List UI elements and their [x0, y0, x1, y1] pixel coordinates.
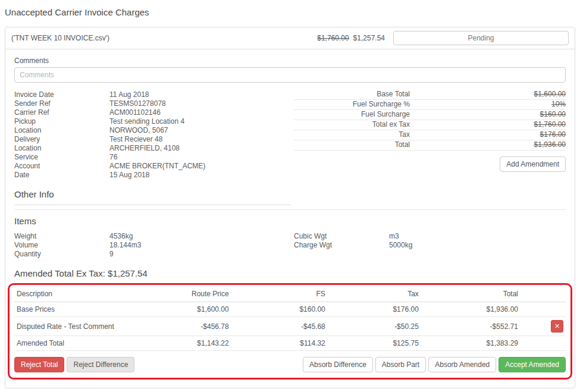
total-label: Total ex Tax [294, 121, 410, 128]
reject-total-button[interactable]: Reject Total [14, 357, 64, 372]
total-value-strikethrough: $1,600.00 [410, 90, 566, 98]
detail-row: Account ACME BROKER(TNT_ACME) [14, 162, 294, 171]
detail-value: 15 Aug 2018 [109, 171, 294, 180]
cell-description: Disputed Rate - Test Comment [14, 317, 135, 336]
cell-fs: $114.32 [231, 336, 328, 351]
total-value-strikethrough: 10% [410, 101, 566, 108]
detail-row: Delivery Test Reciever 48 [14, 135, 294, 144]
item-row: Charge Wgt 5000kg [294, 241, 566, 250]
comments-label: Comments [14, 57, 566, 65]
item-value: 4536kg [109, 232, 294, 241]
current-total: $1,257.54 [353, 34, 385, 42]
item-value: 18.144m3 [109, 241, 294, 250]
invoice-totals: Base Total $1,600.00 Fuel Surcharge % 10… [294, 90, 566, 180]
highlight-annotation: Description Route Price FS Tax Total Bas… [8, 283, 572, 380]
absorb-amended-button[interactable]: Absorb Amended [428, 357, 496, 372]
comments-input[interactable] [14, 67, 566, 83]
charges-header-row: Description Route Price FS Tax Total [14, 287, 566, 302]
item-row: Volume 18.144m3 [14, 241, 294, 250]
cell-actions: ✕ [521, 317, 566, 336]
cell-actions [521, 336, 566, 351]
item-label: Quantity [14, 250, 109, 259]
charge-actions-row: Reject Total Reject Difference Absorb Di… [14, 357, 566, 372]
item-value: m3 [389, 232, 566, 241]
detail-label: Carrier Ref [14, 108, 109, 117]
absorb-actions: Absorb Difference Absorb Part Absorb Ame… [303, 357, 566, 372]
detail-row: Sender Ref TESMS01278078 [14, 99, 294, 108]
close-icon: ✕ [554, 322, 560, 330]
cell-route-price: -$456.78 [135, 317, 231, 336]
detail-row: Service 76 [14, 153, 294, 162]
other-info-heading: Other Info [14, 189, 291, 205]
page: Unaccepted Carrier Invoice Charges ('TNT… [0, 0, 580, 392]
detail-row: Carrier Ref ACM001102146 [14, 108, 294, 117]
reject-difference-button[interactable]: Reject Difference [67, 357, 134, 372]
item-label: Charge Wgt [294, 241, 389, 250]
table-row-amended-total: Amended Total $1,143.22 $114.32 $125.75 … [14, 336, 566, 351]
item-row: Weight 4536kg [14, 232, 294, 241]
detail-value: NORWOOD, 5067 [109, 126, 294, 135]
cell-total: $1,936.00 [421, 302, 521, 317]
total-row: Fuel Surcharge % 10% [294, 101, 566, 110]
detail-row: Location NORWOOD, 5067 [14, 126, 294, 135]
detail-value: 76 [109, 153, 294, 162]
detail-label: Location [14, 126, 109, 135]
invoice-details: Invoice Date 11 Aug 2018 Sender Ref TESM… [14, 90, 294, 180]
total-label: Tax [294, 131, 410, 139]
absorb-part-button[interactable]: Absorb Part [375, 357, 426, 372]
pending-status-button[interactable]: Pending [393, 31, 569, 45]
total-label: Base Total [294, 90, 410, 98]
items-heading: Items [14, 216, 566, 226]
detail-row: Pickup Test sending Location 4 [14, 117, 294, 126]
item-value: 5000kg [389, 241, 566, 250]
total-row: Total ex Tax $1,760.00 [294, 121, 566, 130]
item-label: Cubic Wgt [294, 232, 389, 241]
detail-value: TESMS01278078 [109, 99, 294, 108]
cell-tax: $176.00 [328, 302, 421, 317]
detail-row: Date 15 Aug 2018 [14, 171, 294, 180]
detail-grid: Invoice Date 11 Aug 2018 Sender Ref TESM… [14, 90, 566, 180]
add-amendment-button[interactable]: Add Amendment [500, 156, 566, 172]
detail-value: 11 Aug 2018 [109, 90, 294, 99]
cell-description: Base Prices [14, 302, 135, 317]
detail-value: ARCHERFIELD, 4108 [109, 144, 294, 153]
cell-actions [521, 302, 566, 317]
cell-tax: -$50.25 [328, 317, 421, 336]
charges-table: Description Route Price FS Tax Total Bas… [14, 287, 566, 351]
cell-total: -$552.71 [421, 317, 521, 336]
detail-label: Sender Ref [14, 99, 109, 108]
detail-label: Pickup [14, 117, 109, 126]
cell-route-price: $1,600.00 [135, 302, 231, 317]
item-label: Weight [14, 232, 109, 241]
total-label: Total [294, 141, 410, 149]
cell-tax: $125.75 [328, 336, 421, 351]
detail-label: Account [14, 162, 109, 171]
total-value-strikethrough: $1,936.00 [410, 141, 566, 149]
cell-route-price: $1,143.22 [135, 336, 231, 351]
absorb-difference-button[interactable]: Absorb Difference [303, 357, 373, 372]
total-label: Fuel Surcharge [294, 111, 410, 118]
total-row: Tax $176.00 [294, 131, 566, 140]
items-section: Items Weight 4536kg Volume 18.144m3 Quan… [14, 209, 566, 278]
delete-row-button[interactable]: ✕ [551, 320, 563, 333]
column-header-total: Total [421, 287, 521, 302]
total-row: Fuel Surcharge $160.00 [294, 111, 566, 120]
invoice-panel: ('TNT WEEK 10 INVOICE.csv') $1,760.00 $1… [5, 27, 575, 388]
detail-label: Service [14, 153, 109, 162]
cell-description: Amended Total [14, 336, 135, 351]
column-header-fs: FS [231, 287, 328, 302]
detail-value: Test sending Location 4 [109, 117, 294, 126]
detail-value: Test Reciever 48 [109, 135, 294, 144]
table-row-base-prices: Base Prices $1,600.00 $160.00 $176.00 $1… [14, 302, 566, 317]
invoice-panel-header: ('TNT WEEK 10 INVOICE.csv') $1,760.00 $1… [5, 27, 575, 49]
amended-total-heading: Amended Total Ex Tax: $1,257.54 [14, 268, 566, 278]
total-label: Fuel Surcharge % [294, 101, 410, 108]
table-row-disputed-rate: Disputed Rate - Test Comment -$456.78 -$… [14, 317, 566, 336]
accept-amended-button[interactable]: Accept Amended [499, 357, 566, 372]
detail-label: Delivery [14, 135, 109, 144]
total-value-strikethrough: $160.00 [410, 111, 566, 118]
reject-actions: Reject Total Reject Difference [14, 357, 134, 372]
item-value: 9 [109, 250, 294, 259]
page-title: Unaccepted Carrier Invoice Charges [5, 7, 575, 17]
item-label: Volume [14, 241, 109, 250]
